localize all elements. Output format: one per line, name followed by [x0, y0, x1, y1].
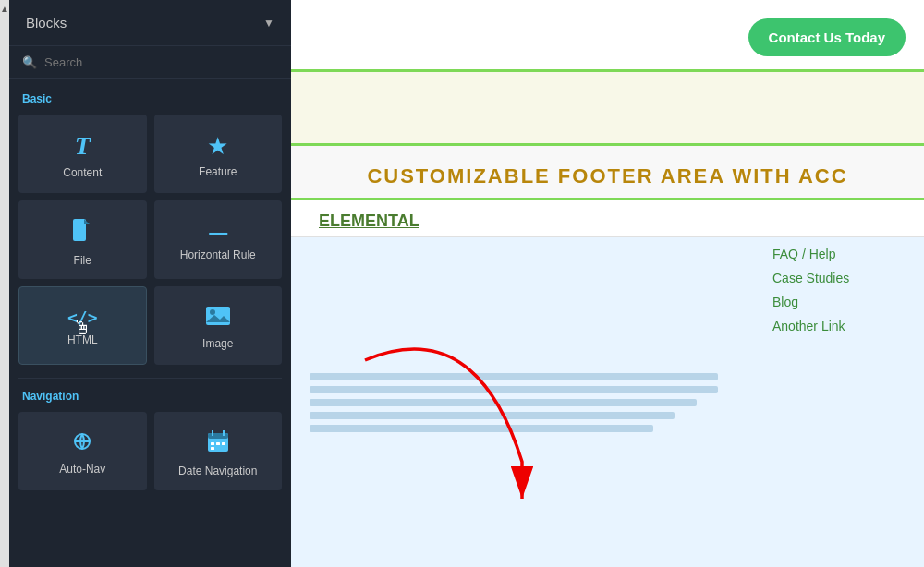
block-date-navigation[interactable]: Date Navigation	[154, 412, 283, 490]
block-image[interactable]: Image	[154, 286, 283, 365]
block-html[interactable]: </> HTML 🖱	[18, 286, 147, 365]
footer-line-1	[310, 373, 718, 380]
footer-line-3	[310, 399, 697, 406]
footer-customizable-title: CUSTOMIZABLE FOOTER AREA WITH ACC	[319, 164, 896, 188]
section-label-navigation: Navigation	[18, 390, 282, 403]
block-file[interactable]: File	[18, 200, 147, 279]
date-navigation-icon	[206, 429, 230, 457]
bottom-footer: FAQ / Help Case Studies Blog Another Lin…	[291, 237, 924, 567]
svg-rect-13	[222, 442, 225, 445]
sidebar-search-bar: 🔍	[9, 46, 291, 79]
block-horizontal-rule-label: Horizontal Rule	[180, 248, 256, 261]
section-divider	[18, 378, 282, 379]
feature-icon: ★	[207, 134, 228, 158]
contact-us-button[interactable]: Contact Us Today	[748, 18, 906, 56]
svg-rect-14	[211, 447, 214, 450]
file-icon	[71, 217, 93, 247]
block-feature-label: Feature	[199, 165, 237, 178]
footer-link-faq[interactable]: FAQ / Help	[772, 247, 909, 261]
svg-rect-8	[208, 433, 228, 439]
elemental-section: ELEMENTAL	[291, 200, 924, 237]
svg-point-3	[210, 309, 215, 315]
horizontal-rule-icon: —	[209, 223, 226, 241]
footer-left-content	[291, 237, 758, 567]
search-icon: 🔍	[22, 55, 37, 69]
block-date-navigation-label: Date Navigation	[178, 464, 257, 477]
footer-line-2	[310, 386, 718, 393]
block-auto-nav[interactable]: Auto-Nav	[18, 412, 147, 490]
light-section	[291, 72, 924, 146]
sidebar-header: Blocks ▼	[9, 0, 291, 46]
sidebar-title: Blocks	[26, 15, 67, 30]
block-horizontal-rule[interactable]: — Horizontal Rule	[154, 200, 283, 279]
section-label-basic: Basic	[18, 92, 282, 105]
sidebar: Blocks ▼ 🔍 Basic T Content ★ Feature	[9, 0, 291, 567]
block-feature[interactable]: ★ Feature	[154, 115, 283, 193]
svg-rect-0	[73, 219, 86, 241]
elemental-label: ELEMENTAL	[319, 211, 419, 230]
main-content: Contact Us Today CUSTOMIZABLE FOOTER ARE…	[291, 0, 924, 567]
block-content[interactable]: T Content	[18, 115, 147, 193]
footer-link-case-studies[interactable]: Case Studies	[772, 271, 909, 285]
footer-link-another[interactable]: Another Link	[772, 319, 909, 333]
search-input[interactable]	[44, 55, 278, 69]
footer-line-4	[310, 412, 675, 419]
image-block-icon	[205, 306, 231, 330]
block-image-label: Image	[202, 337, 233, 350]
block-auto-nav-label: Auto-Nav	[59, 463, 105, 476]
sidebar-content: Basic T Content ★ Feature File	[9, 79, 291, 567]
scroll-indicator: ▲	[0, 0, 9, 567]
block-content-label: Content	[63, 166, 102, 179]
navigation-blocks-grid: Auto-Nav Date Navigation	[18, 412, 282, 490]
block-file-label: File	[74, 254, 91, 267]
content-icon: T	[75, 133, 91, 159]
footer-right-links: FAQ / Help Case Studies Blog Another Lin…	[758, 237, 924, 567]
basic-blocks-grid: T Content ★ Feature File — Horizontal Ru…	[18, 115, 282, 365]
scroll-up-arrow[interactable]: ▲	[0, 0, 9, 18]
footer-link-blog[interactable]: Blog	[772, 295, 909, 309]
footer-line-5	[310, 425, 653, 432]
svg-rect-11	[211, 442, 214, 445]
top-bar: Contact Us Today	[291, 0, 924, 72]
auto-nav-icon	[70, 431, 94, 455]
footer-area: CUSTOMIZABLE FOOTER AREA WITH ACC	[291, 146, 924, 200]
svg-rect-12	[216, 442, 220, 445]
sidebar-collapse-icon[interactable]: ▼	[263, 17, 274, 30]
